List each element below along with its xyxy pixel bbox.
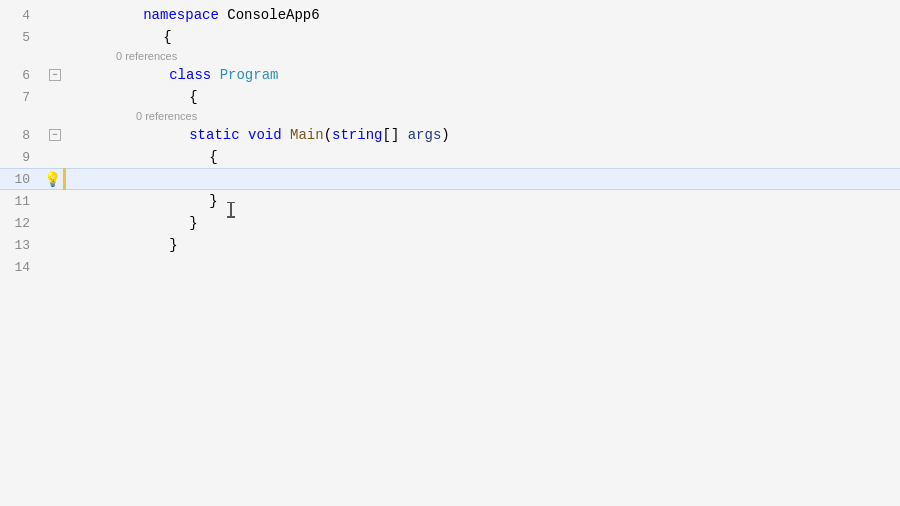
gutter-8[interactable]: − [40, 129, 70, 141]
gutter-6[interactable]: − [40, 69, 70, 81]
indent [143, 123, 209, 139]
code-editor: 4 namespace ConsoleApp6 5 { 0 references… [0, 0, 900, 506]
gutter-10: 💡 [40, 168, 70, 190]
line-number-14: 14 [0, 260, 40, 275]
lightbulb-icon[interactable]: 💡 [44, 171, 61, 188]
line-number-8: 8 [0, 128, 40, 143]
code-line-14: 14 [0, 256, 900, 278]
line-number-4: 4 [0, 8, 40, 23]
line-number-13: 13 [0, 238, 40, 253]
code-area: 4 namespace ConsoleApp6 5 { 0 references… [0, 0, 900, 506]
line-number-5: 5 [0, 30, 40, 45]
line-number-12: 12 [0, 216, 40, 231]
indent [143, 237, 169, 253]
line-number-10: 10 [0, 172, 40, 187]
line-number-7: 7 [0, 90, 40, 105]
line-number-11: 11 [0, 194, 40, 209]
collapse-button-6[interactable]: − [49, 69, 61, 81]
collapse-button-8[interactable]: − [49, 129, 61, 141]
line-number-9: 9 [0, 150, 40, 165]
yellow-bar [63, 168, 66, 190]
brace-close: } [169, 237, 177, 253]
line-number-6: 6 [0, 68, 40, 83]
code-line-13: 13 } [0, 234, 900, 256]
